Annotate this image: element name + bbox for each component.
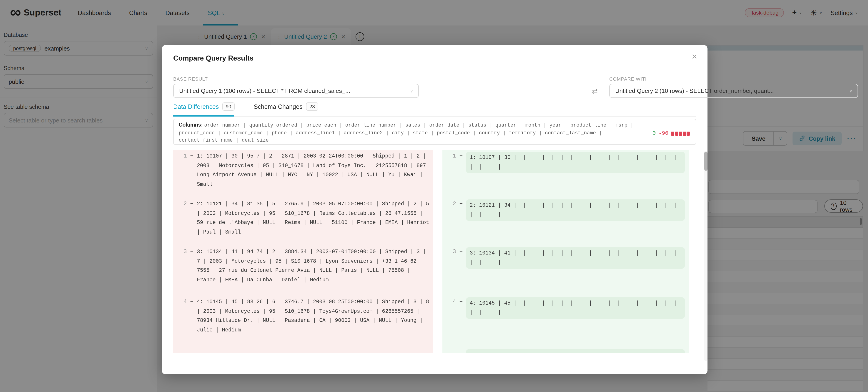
removed-row-text: 2: 10121 | 34 | 81.35 | 5 | 2765.9 | 200…	[197, 199, 430, 245]
active-tab-underline	[173, 115, 234, 116]
diff-gutter	[433, 150, 442, 198]
line-number: 3	[180, 247, 187, 296]
base-result-label: BASE RESULT	[173, 76, 208, 82]
removed-row-text: 3: 10134 | 41 | 94.74 | 2 | 3884.34 | 20…	[197, 247, 430, 296]
added-marker: +	[456, 151, 466, 198]
added-marker: +	[456, 199, 466, 245]
chevron-down-icon: ∨	[849, 88, 852, 93]
diff-left-removed: 1 − 1: 10107 | 30 | 95.7 | 2 | 2871 | 20…	[173, 150, 433, 198]
removed-row-text: 4: 10145 | 45 | 83.26 | 6 | 3746.7 | 200…	[197, 297, 430, 345]
line-number: 1	[180, 151, 187, 198]
diff-right-added: 2 + 2: 10121 | 34 | | | | | | | | | | | …	[442, 198, 689, 245]
diff-right-added	[442, 345, 689, 353]
data-differences-count-badge: 90	[223, 103, 235, 111]
schema-changes-count-badge: 23	[306, 103, 318, 111]
tabs-divider	[173, 116, 696, 116]
diff-left-removed	[173, 345, 433, 353]
line-number: 3	[449, 247, 456, 296]
compare-with-label: COMPARE WITH	[609, 76, 649, 82]
diff-block-square	[679, 132, 682, 136]
tab-schema-changes[interactable]: Schema Changes 23	[254, 103, 318, 111]
diff-block-square	[683, 132, 686, 136]
removed-marker: −	[187, 199, 197, 245]
diff-right-added: 4 + 4: 10145 | 45 | | | | | | | | | | | …	[442, 296, 689, 345]
columns-header-box: Columns: order_number | quantity_ordered…	[173, 119, 696, 145]
columns-label: Columns:	[179, 122, 203, 128]
added-row-text: 4: 10145 | 45 | | | | | | | | | | | | | …	[466, 297, 685, 319]
diff-row: 4 − 4: 10145 | 45 | 83.26 | 6 | 3746.7 |…	[173, 296, 696, 345]
removed-row-text: 1: 10107 | 30 | 95.7 | 2 | 2871 | 2003-0…	[197, 151, 430, 198]
diff-gutter	[433, 345, 442, 353]
diff-blocks-indicator	[671, 132, 690, 136]
line-number: 4	[180, 297, 187, 345]
removed-marker: −	[187, 247, 197, 296]
diff-row-clipped	[173, 345, 696, 353]
diff-right-added: 1 + 1: 10107 | 30 | | | | | | | | | | | …	[442, 150, 689, 198]
diff-block-square	[675, 132, 678, 136]
modal-title: Compare Query Results	[173, 54, 253, 62]
line-number: 2	[449, 199, 456, 245]
diff-scrollbar-track[interactable]	[704, 151, 708, 361]
diff-row: 1 − 1: 10107 | 30 | 95.7 | 2 | 2871 | 20…	[173, 150, 696, 198]
added-marker: +	[456, 297, 466, 345]
diff-row: 2 − 2: 10121 | 34 | 81.35 | 5 | 2765.9 |…	[173, 198, 696, 245]
added-row-text: 2: 10121 | 34 | | | | | | | | | | | | | …	[466, 199, 685, 221]
diff-view: 1 − 1: 10107 | 30 | 95.7 | 2 | 2871 | 20…	[173, 150, 696, 362]
superset-sql-lab: ∞ Superset Dashboards Charts Datasets SQ…	[0, 0, 868, 392]
diff-gutter	[433, 198, 442, 245]
added-row-text: 3: 10134 | 41 | | | | | | | | | | | | | …	[466, 247, 685, 269]
added-count: +0	[649, 130, 656, 137]
diff-gutter	[433, 296, 442, 345]
line-number	[449, 349, 456, 353]
removed-count: -90	[659, 130, 669, 137]
removed-marker: −	[187, 151, 197, 198]
diff-block-square	[687, 132, 690, 136]
diff-left-removed: 2 − 2: 10121 | 34 | 81.35 | 5 | 2765.9 |…	[173, 198, 433, 245]
diff-gutter	[433, 245, 442, 296]
tab-schema-changes-label: Schema Changes	[254, 103, 303, 110]
diff-row: 3 − 3: 10134 | 41 | 94.74 | 2 | 3884.34 …	[173, 245, 696, 296]
added-marker	[456, 349, 466, 353]
diff-block-square	[671, 132, 674, 136]
line-number: 2	[180, 199, 187, 245]
diff-right-added: 3 + 3: 10134 | 41 | | | | | | | | | | | …	[442, 245, 689, 296]
columns-list: order_number | quantity_ordered | price_…	[179, 122, 633, 143]
removed-marker: −	[187, 297, 197, 345]
diff-left-removed: 3 − 3: 10134 | 41 | 94.74 | 2 | 3884.34 …	[173, 245, 433, 296]
modal-tabs: Data Differences 90 Schema Changes 23	[173, 92, 696, 114]
tab-data-differences-label: Data Differences	[173, 103, 219, 110]
added-row-text: 1: 10107 | 30 | | | | | | | | | | | | | …	[466, 151, 685, 173]
diff-scrollbar-thumb[interactable]	[704, 151, 708, 171]
diff-summary: +0 -90	[649, 130, 690, 137]
line-number: 4	[449, 297, 456, 345]
added-row-block-clipped	[466, 349, 685, 353]
compare-query-results-modal: Compare Query Results ✕ BASE RESULT Unti…	[162, 45, 708, 374]
added-marker: +	[456, 247, 466, 296]
diff-left-removed: 4 − 4: 10145 | 45 | 83.26 | 6 | 3746.7 |…	[173, 296, 433, 345]
line-number: 1	[449, 151, 456, 198]
tab-data-differences[interactable]: Data Differences 90	[173, 103, 235, 111]
close-modal-icon[interactable]: ✕	[691, 53, 698, 60]
